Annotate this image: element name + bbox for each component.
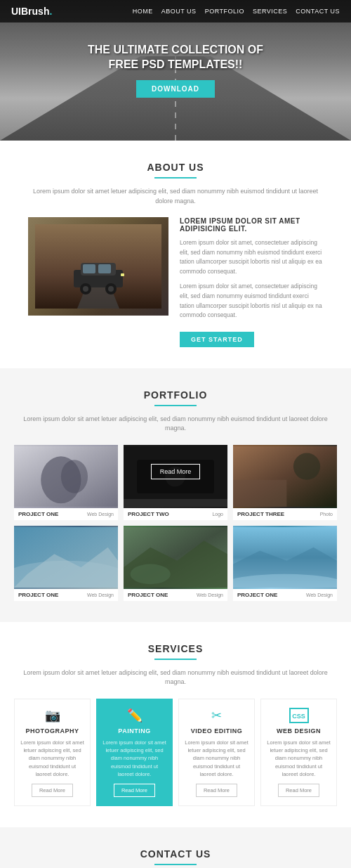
- services-divider: [154, 659, 197, 660]
- car-svg: [35, 224, 161, 309]
- web-design-read-more-button[interactable]: Read More: [278, 784, 319, 797]
- about-heading: LOREM IPSUM DOLOR SIT AMET ADIPISICING E…: [180, 217, 323, 233]
- portfolio-caption-4: PROJECT ONE Web Design: [14, 589, 118, 601]
- about-image: [28, 217, 168, 316]
- svg-rect-14: [121, 273, 124, 276]
- service-video-editing: ✂ VIDEO EDITING Lorem ipsum dolor sit am…: [178, 699, 255, 806]
- portfolio-caption-2: PROJECT TWO Logo: [124, 508, 227, 520]
- nav-about[interactable]: ABOUT US: [161, 8, 197, 15]
- hero-title: THE ULTIMATE COLLECTION OFFREE PSD TEMPL…: [88, 43, 263, 72]
- about-section: ABOUT US Lorem ipsum dolor sit amet letu…: [0, 141, 351, 368]
- portfolio-caption-3: PROJECT THREE Photo: [233, 508, 337, 520]
- svg-rect-9: [98, 264, 111, 273]
- video-editing-read-more-button[interactable]: Read More: [196, 784, 237, 797]
- svg-point-13: [108, 286, 114, 292]
- video-editing-desc: Lorem ipsum dolor sit amet letuer adipis…: [185, 739, 249, 778]
- portfolio-overlay-2: Read More: [124, 445, 227, 499]
- hero-content: THE ULTIMATE COLLECTION OFFREE PSD TEMPL…: [88, 43, 263, 98]
- navigation: UIBrush. HOME ABOUT US PORTFOLIO SERVICE…: [0, 0, 351, 22]
- video-editing-title: VIDEO EDITING: [185, 727, 249, 734]
- web-design-title: WEB DESIGN: [267, 727, 331, 734]
- about-title: ABOUT US: [28, 162, 323, 173]
- portfolio-subtitle: Lorem ipsum dolor sit amet letuer adipis…: [14, 415, 337, 434]
- services-section: SERVICES Lorem ipsum dolor sit amet letu…: [0, 622, 351, 827]
- contact-divider: [154, 864, 197, 865]
- nav-links: HOME ABOUT US PORTFOLIO SERVICES CONTACT…: [133, 8, 340, 15]
- web-design-desc: Lorem ipsum dolor sit amet letuer adipis…: [267, 739, 331, 778]
- portfolio-section: PORTFOLIO Lorem ipsum dolor sit amet let…: [0, 368, 351, 622]
- about-text-block: LOREM IPSUM DOLOR SIT AMET ADIPISICING E…: [180, 217, 323, 347]
- services-subtitle: Lorem ipsum dolor sit amet letuer adipis…: [14, 668, 337, 687]
- portfolio-item-4[interactable]: PROJECT ONE Web Design: [14, 526, 118, 601]
- about-para-2: Lorem ipsum dolor sit amet, consectetuer…: [180, 282, 323, 320]
- photography-desc: Lorem ipsum dolor sit amet letuer adipis…: [20, 739, 84, 778]
- portfolio-caption-1: PROJECT ONE Web Design: [14, 508, 118, 520]
- painting-desc: Lorem ipsum dolor sit amet letuer adipis…: [102, 739, 166, 778]
- portfolio-caption-5: PROJECT ONE Web Design: [124, 589, 227, 601]
- painting-title: PAINTING: [102, 727, 166, 734]
- nav-portfolio[interactable]: PORTFOLIO: [205, 8, 244, 15]
- portfolio-item-1[interactable]: PROJECT ONE Web Design: [14, 445, 118, 520]
- service-painting: ✏️ PAINTING Lorem ipsum dolor sit amet l…: [96, 699, 173, 806]
- portfolio-title: PORTFOLIO: [14, 389, 337, 401]
- portfolio-grid: PROJECT ONE Web Design Read More PROJECT…: [14, 445, 337, 601]
- services-grid: 📷 PHOTOGRAPHY Lorem ipsum dolor sit amet…: [14, 699, 337, 806]
- painting-icon: ✏️: [102, 708, 166, 723]
- service-photography: 📷 PHOTOGRAPHY Lorem ipsum dolor sit amet…: [14, 699, 91, 806]
- portfolio-caption-6: PROJECT ONE Web Design: [233, 589, 337, 601]
- nav-services[interactable]: SERVICES: [253, 8, 287, 15]
- about-para-1: Lorem ipsum dolor sit amet, consectetuer…: [180, 238, 323, 276]
- contact-title: CONTACT US: [14, 848, 337, 860]
- portfolio-item-2[interactable]: Read More PROJECT TWO Logo: [124, 445, 227, 520]
- svg-rect-8: [83, 264, 95, 273]
- about-divider: [154, 177, 197, 179]
- painting-read-more-button[interactable]: Read More: [114, 784, 155, 797]
- services-title: SERVICES: [14, 643, 337, 654]
- nav-home[interactable]: HOME: [133, 8, 153, 15]
- photography-title: PHOTOGRAPHY: [20, 727, 84, 734]
- svg-point-11: [83, 286, 88, 292]
- contact-section: CONTACT US Lorem ipsum dolor sit amet le…: [0, 827, 351, 868]
- portfolio-item-5[interactable]: PROJECT ONE Web Design: [124, 526, 227, 601]
- about-subtitle: Lorem ipsum dolor sit amet letuer adipis…: [28, 187, 323, 206]
- get-started-button[interactable]: GET STARTED: [180, 332, 254, 347]
- video-editing-icon: ✂: [185, 708, 249, 723]
- photography-read-more-button[interactable]: Read More: [32, 784, 73, 797]
- nav-contact[interactable]: CONTACT US: [296, 8, 340, 15]
- portfolio-divider: [154, 405, 197, 406]
- read-more-button[interactable]: Read More: [151, 464, 201, 479]
- about-grid: LOREM IPSUM DOLOR SIT AMET ADIPISICING E…: [28, 217, 323, 347]
- photography-icon: 📷: [20, 708, 84, 723]
- service-web-design: CSS WEB DESIGN Lorem ipsum dolor sit ame…: [260, 699, 337, 806]
- logo[interactable]: UIBrush.: [11, 6, 52, 17]
- portfolio-item-6[interactable]: PROJECT ONE Web Design: [233, 526, 337, 601]
- portfolio-item-3[interactable]: PROJECT THREE Photo: [233, 445, 337, 520]
- web-design-icon: CSS: [289, 708, 309, 723]
- download-button[interactable]: DOWNLOAD: [136, 80, 215, 98]
